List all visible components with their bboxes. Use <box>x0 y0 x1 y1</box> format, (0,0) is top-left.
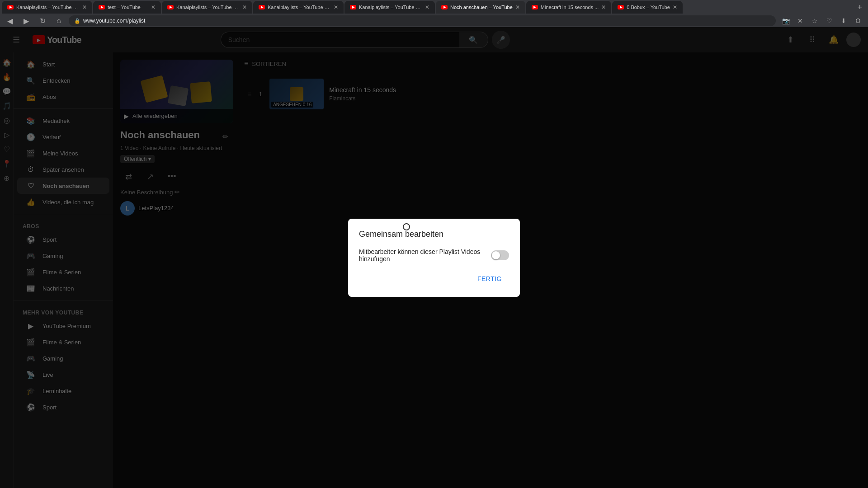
tab-favicon: ▶ <box>350 5 356 9</box>
heart-btn[interactable]: ♡ <box>823 14 835 27</box>
forward-button[interactable]: ▶ <box>20 17 33 25</box>
tab-close-button[interactable]: ✕ <box>151 4 156 10</box>
browser-tab-tab4[interactable]: ▶ Kanalplaylists – YouTube St... ✕ <box>253 1 344 14</box>
toggle-knob <box>492 251 500 259</box>
tab-close-button[interactable]: ✕ <box>425 4 429 10</box>
tab-title: Kanalplaylists – YouTube St... <box>359 5 422 10</box>
tab-close-button[interactable]: ✕ <box>673 4 677 10</box>
browser-tab-tab3[interactable]: ▶ Kanalplaylists – YouTube St... ✕ <box>162 1 252 14</box>
browser-tab-tab1[interactable]: ▶ Kanalplaylists – YouTube St... ✕ <box>2 1 92 14</box>
tab-favicon: ▶ <box>7 5 14 9</box>
browser-tab-tab8[interactable]: ▶ 0 Bobux – YouTube ✕ <box>612 1 683 14</box>
dialog-confirm-button[interactable]: FERTIG <box>470 272 509 286</box>
bookmark-btn[interactable]: ☆ <box>808 14 821 27</box>
dialog-actions: FERTIG <box>359 272 509 286</box>
download-btn[interactable]: ⬇ <box>837 14 850 27</box>
home-button[interactable]: ⌂ <box>52 17 65 25</box>
browser-tab-tab2[interactable]: ▶ test – YouTube ✕ <box>93 1 161 14</box>
tab-favicon: ▶ <box>167 5 174 9</box>
url-bar[interactable]: 🔒 www.youtube.com/playlist <box>69 15 776 26</box>
tab-title: test – YouTube <box>108 5 148 10</box>
dialog-toggle-label: Mitbearbeiter können dieser Playlist Vid… <box>359 248 491 263</box>
tab-favicon: ▶ <box>532 5 538 9</box>
dialog-row: Mitbearbeiter können dieser Playlist Vid… <box>359 248 509 263</box>
opera-btn[interactable]: O <box>852 14 864 27</box>
dialog-title: Gemeinsam bearbeiten <box>359 230 509 239</box>
browser-tab-tab6[interactable]: ▶ Noch anschauen – YouTube ✕ <box>436 1 525 14</box>
tab-title: Kanalplaylists – YouTube St... <box>176 5 240 10</box>
new-tab-button[interactable]: + <box>854 1 866 14</box>
screenshot-btn[interactable]: 📷 <box>779 14 792 27</box>
lock-icon: 🔒 <box>74 18 80 24</box>
tab-title: Kanalplaylists – YouTube St... <box>16 5 80 10</box>
dialog-overlay: Gemeinsam bearbeiten Mitbearbeiter könne… <box>0 27 868 488</box>
browser-tab-tab5[interactable]: ▶ Kanalplaylists – YouTube St... ✕ <box>344 1 435 14</box>
browser-chrome: ▶ Kanalplaylists – YouTube St... ✕ ▶ tes… <box>0 0 868 27</box>
browser-actions: 📷 ✕ ☆ ♡ ⬇ O <box>779 14 864 27</box>
tab-favicon: ▶ <box>259 5 265 9</box>
tab-close-button[interactable]: ✕ <box>601 4 606 10</box>
tab-favicon: ▶ <box>99 5 105 9</box>
address-bar: ◀ ▶ ↻ ⌂ 🔒 www.youtube.com/playlist 📷 ✕ ☆… <box>0 14 868 27</box>
tab-close-button[interactable]: ✕ <box>82 4 87 10</box>
tab-title: Kanalplaylists – YouTube St... <box>268 5 331 10</box>
back-button[interactable]: ◀ <box>4 17 16 25</box>
tab-close-button[interactable]: ✕ <box>334 4 338 10</box>
tab-title: Minecraft in 15 seconds ... <box>541 5 599 10</box>
tab-favicon: ▶ <box>441 5 448 9</box>
tab-close-button[interactable]: ✕ <box>515 4 520 10</box>
url-text: www.youtube.com/playlist <box>83 18 770 24</box>
tab-bar: ▶ Kanalplaylists – YouTube St... ✕ ▶ tes… <box>0 0 868 14</box>
dialog: Gemeinsam bearbeiten Mitbearbeiter könne… <box>348 219 520 297</box>
tab-close-button[interactable]: ✕ <box>242 4 247 10</box>
tab-favicon: ▶ <box>618 5 624 9</box>
dialog-toggle[interactable] <box>491 250 509 260</box>
tab-title: 0 Bobux – YouTube <box>627 5 670 10</box>
close-tab-action[interactable]: ✕ <box>794 14 807 27</box>
browser-tab-tab7[interactable]: ▶ Minecraft in 15 seconds ... ✕ <box>526 1 611 14</box>
tab-title: Noch anschauen – YouTube <box>450 5 513 10</box>
reload-button[interactable]: ↻ <box>36 17 49 25</box>
